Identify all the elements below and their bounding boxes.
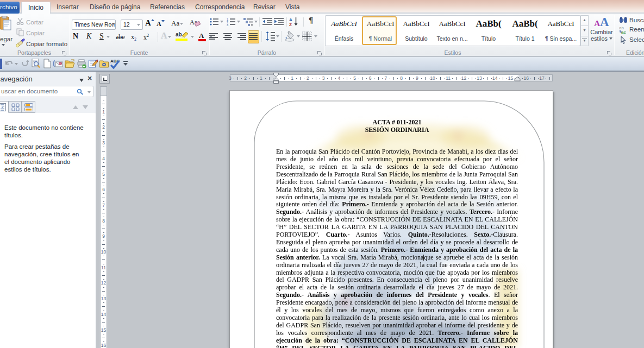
svg-text:3: 3 xyxy=(227,23,228,27)
svg-text:ab: ab xyxy=(176,31,182,37)
svg-text:Z: Z xyxy=(289,22,292,27)
svg-text:A: A xyxy=(289,17,292,22)
svg-text:A: A xyxy=(199,31,204,40)
